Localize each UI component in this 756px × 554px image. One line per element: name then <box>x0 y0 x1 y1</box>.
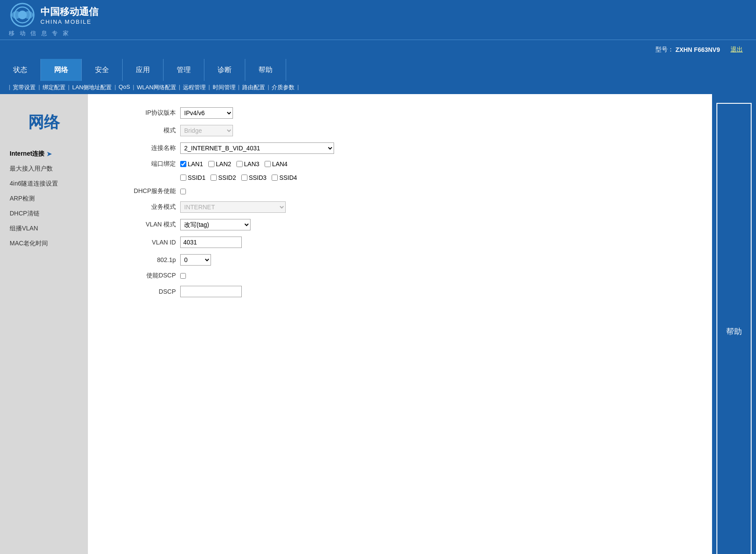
dhcp-enable-checkbox[interactable] <box>180 189 186 194</box>
lan3-label: LAN3 <box>244 160 259 168</box>
ssid1-checkbox[interactable] <box>180 175 186 181</box>
logo-en: CHINA MOBILE <box>40 18 98 25</box>
lan4-checkbox-item[interactable]: LAN4 <box>265 160 287 168</box>
lan2-checkbox[interactable] <box>208 161 214 167</box>
ssid2-label: SSID2 <box>218 174 236 181</box>
vlan-mode-select[interactable]: 改写(tag) 透传 不改写 <box>180 219 251 230</box>
sub-nav-qos[interactable]: QoS <box>116 84 133 91</box>
lan1-checkbox-item[interactable]: LAN1 <box>180 160 203 168</box>
lan3-checkbox[interactable] <box>236 161 243 167</box>
lan4-label: LAN4 <box>272 160 287 168</box>
arrow-icon: ➤ <box>47 150 52 157</box>
lan1-checkbox[interactable] <box>180 161 186 167</box>
sidebar-item-internet[interactable]: Internet连接 ➤ <box>4 146 84 161</box>
ssid2-checkbox[interactable] <box>211 175 217 181</box>
sub-nav-remote[interactable]: 远程管理 <box>180 84 208 91</box>
ssid3-checkbox[interactable] <box>241 175 247 181</box>
ssid1-label: SSID1 <box>188 174 205 181</box>
vlan-mode-label: VLAN 模式 <box>105 221 176 229</box>
port-binding-label: 端口绑定 <box>105 160 176 168</box>
model-label: 型号： <box>655 46 674 54</box>
service-mode-select[interactable]: INTERNET <box>180 201 286 213</box>
dot1p-label: 802.1p <box>105 256 176 263</box>
tab-network[interactable]: 网络 <box>41 59 82 81</box>
logout-button[interactable]: 退出 <box>731 46 743 54</box>
ssid1-checkbox-item[interactable]: SSID1 <box>180 174 205 181</box>
sidebar-label-multicast-vlan: 组播VLAN <box>10 225 38 233</box>
tab-application[interactable]: 应用 <box>123 59 164 81</box>
vlan-id-input[interactable] <box>180 237 242 248</box>
model-value: ZXHN F663NV9 <box>676 46 720 53</box>
sub-nav-media[interactable]: 介质参数 <box>269 84 297 91</box>
sidebar-label-4in6: 4in6隧道连接设置 <box>10 180 58 188</box>
mode-select[interactable]: Bridge Route <box>180 125 233 136</box>
sub-nav-route[interactable]: 路由配置 <box>240 84 268 91</box>
mode-label: 模式 <box>105 127 176 135</box>
service-mode-label: 业务模式 <box>105 203 176 211</box>
lan4-checkbox[interactable] <box>265 161 271 167</box>
dscp-input[interactable] <box>180 286 242 297</box>
sidebar-label-internet: Internet连接 <box>10 150 44 158</box>
logo-slogan: 移 动 信 息 专 家 <box>9 29 70 37</box>
lan1-label: LAN1 <box>188 160 203 168</box>
sub-nav-time[interactable]: 时间管理 <box>210 84 238 91</box>
sub-nav-binding[interactable]: 绑定配置 <box>40 84 68 91</box>
dot1p-select[interactable]: 0 1 2 3 4 5 6 7 <box>180 254 211 266</box>
lan3-checkbox-item[interactable]: LAN3 <box>236 160 259 168</box>
sidebar-item-dhcp[interactable]: DHCP清链 <box>4 206 84 221</box>
sub-nav-wlan[interactable]: WLAN网络配置 <box>134 84 179 91</box>
ip-protocol-label: IP协议版本 <box>105 109 176 117</box>
dscp-enable-checkbox[interactable] <box>180 273 186 279</box>
sidebar-label-arp: ARP检测 <box>10 195 35 203</box>
sidebar-item-maxusers[interactable]: 最大接入用户数 <box>4 161 84 176</box>
dscp-enable-label: 使能DSCP <box>105 272 176 280</box>
ssid4-label: SSID4 <box>279 174 297 181</box>
lan2-label: LAN2 <box>216 160 231 168</box>
ssid-binding-group: SSID1 SSID2 SSID3 SSID4 <box>180 174 297 181</box>
ssid3-label: SSID3 <box>249 174 266 181</box>
connection-name-select[interactable]: 2_INTERNET_B_VID_4031 <box>180 142 334 154</box>
sidebar-label-maxusers: 最大接入用户数 <box>10 165 53 173</box>
tab-status[interactable]: 状态 <box>0 59 41 81</box>
sub-nav-sep-end: | <box>297 84 298 91</box>
port-binding-group: LAN1 LAN2 LAN3 LAN4 <box>180 160 287 168</box>
sidebar-item-multicast-vlan[interactable]: 组播VLAN <box>4 221 84 236</box>
lan2-checkbox-item[interactable]: LAN2 <box>208 160 231 168</box>
sidebar-label-dhcp: DHCP清链 <box>10 210 40 218</box>
tab-diagnostics[interactable]: 诊断 <box>204 59 245 81</box>
ip-protocol-select[interactable]: IPv4/v6 IPv4 IPv6 <box>180 107 233 119</box>
vlan-id-label: VLAN ID <box>105 239 176 246</box>
tab-help[interactable]: 帮助 <box>245 59 286 81</box>
ssid4-checkbox-item[interactable]: SSID4 <box>272 174 297 181</box>
dscp-label: DSCP <box>105 288 176 295</box>
ssid4-checkbox[interactable] <box>272 175 278 181</box>
help-button[interactable]: 帮助 <box>716 103 752 554</box>
tab-management[interactable]: 管理 <box>164 59 204 81</box>
sidebar-item-mac-aging[interactable]: MAC老化时间 <box>4 236 84 251</box>
sidebar-item-arp[interactable]: ARP检测 <box>4 191 84 206</box>
connection-name-label: 连接名称 <box>105 144 176 152</box>
logo-cn: 中国移动通信 <box>40 5 98 18</box>
sub-nav-lan[interactable]: LAN侧地址配置 <box>69 84 114 91</box>
tab-security[interactable]: 安全 <box>82 59 123 81</box>
ssid2-checkbox-item[interactable]: SSID2 <box>211 174 236 181</box>
dhcp-enable-label: DHCP服务使能 <box>105 187 176 195</box>
sidebar-label-mac-aging: MAC老化时间 <box>10 240 48 248</box>
ssid3-checkbox-item[interactable]: SSID3 <box>241 174 266 181</box>
sub-nav-broadband[interactable]: 宽带设置 <box>10 84 38 91</box>
sidebar-item-4in6[interactable]: 4in6隧道连接设置 <box>4 176 84 191</box>
sidebar-title: 网络 <box>4 103 84 146</box>
